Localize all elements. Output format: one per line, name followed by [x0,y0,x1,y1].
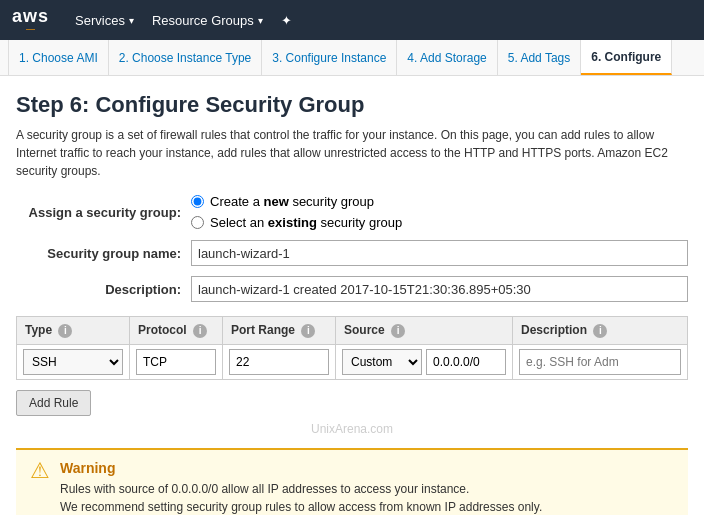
port-range-info-icon[interactable]: i [301,324,315,338]
page-description: A security group is a set of firewall ru… [16,126,688,180]
assign-security-group-value: Create a new security group Select an ex… [191,194,688,230]
add-rule-button[interactable]: Add Rule [16,390,91,416]
security-group-name-row: Security group name: [16,240,688,266]
breadcrumb-step1[interactable]: 1. Choose AMI [8,40,109,75]
resource-groups-label: Resource Groups [152,13,254,28]
cell-source: Custom [336,345,513,380]
warning-icon: ⚠ [30,460,50,482]
col-header-type: Type i [17,317,130,345]
description-info-icon[interactable]: i [593,324,607,338]
protocol-info-icon[interactable]: i [193,324,207,338]
warning-content: Warning Rules with source of 0.0.0.0/0 a… [60,460,542,515]
col-header-source: Source i [336,317,513,345]
description-label: Description: [16,282,191,297]
description-row: Description: [16,276,688,302]
source-cidr-input[interactable] [426,349,506,375]
services-label: Services [75,13,125,28]
source-cell: Custom [342,349,506,375]
services-menu[interactable]: Services ▾ [75,13,134,28]
aws-logo-text: aws [12,7,49,25]
radio-select-existing-label: Select an existing security group [210,215,402,230]
cell-protocol [130,345,223,380]
rules-table: Type i Protocol i Port Range i Source i … [16,316,688,380]
port-range-input[interactable] [229,349,329,375]
main-content: Step 6: Configure Security Group A secur… [0,76,704,515]
type-info-icon[interactable]: i [58,324,72,338]
warning-text: Rules with source of 0.0.0.0/0 allow all… [60,480,542,515]
cell-description [513,345,688,380]
resource-groups-arrow-icon: ▾ [258,15,263,26]
security-group-name-value [191,240,688,266]
cell-port-range [223,345,336,380]
table-header-row: Type i Protocol i Port Range i Source i … [17,317,688,345]
aws-smile: ― [26,25,35,34]
warning-box: ⚠ Warning Rules with source of 0.0.0.0/0… [16,448,688,515]
radio-select-existing-input[interactable] [191,216,204,229]
warning-title: Warning [60,460,542,476]
security-group-name-label: Security group name: [16,246,191,261]
col-header-description: Description i [513,317,688,345]
breadcrumb-step3[interactable]: 3. Configure Instance [262,40,397,75]
watermark: UnixArena.com [16,416,688,442]
security-group-radio-group: Create a new security group Select an ex… [191,194,688,230]
assign-security-group-label: Assign a security group: [16,205,191,220]
pin-icon[interactable]: ✦ [281,13,292,28]
source-select[interactable]: Custom [342,349,422,375]
radio-select-existing[interactable]: Select an existing security group [191,215,688,230]
description-row-input[interactable] [519,349,681,375]
breadcrumb-step6[interactable]: 6. Configure [581,40,672,75]
type-select[interactable]: SSH [23,349,123,375]
pin-symbol: ✦ [281,13,292,28]
services-arrow-icon: ▾ [129,15,134,26]
breadcrumb-step5[interactable]: 5. Add Tags [498,40,582,75]
protocol-input[interactable] [136,349,216,375]
breadcrumb-step4[interactable]: 4. Add Storage [397,40,497,75]
security-group-name-input[interactable] [191,240,688,266]
assign-security-group-row: Assign a security group: Create a new se… [16,194,688,230]
table-row: SSH Custom [17,345,688,380]
aws-logo: aws ― [12,7,49,34]
radio-create-new-input[interactable] [191,195,204,208]
breadcrumb-tabs: 1. Choose AMI 2. Choose Instance Type 3.… [0,40,704,76]
source-info-icon[interactable]: i [391,324,405,338]
resource-groups-menu[interactable]: Resource Groups ▾ [152,13,263,28]
col-header-protocol: Protocol i [130,317,223,345]
page-title: Step 6: Configure Security Group [16,92,688,118]
col-header-port-range: Port Range i [223,317,336,345]
radio-create-new[interactable]: Create a new security group [191,194,688,209]
radio-create-new-label: Create a new security group [210,194,374,209]
top-navigation: aws ― Services ▾ Resource Groups ▾ ✦ [0,0,704,40]
breadcrumb-step2[interactable]: 2. Choose Instance Type [109,40,263,75]
description-value [191,276,688,302]
cell-type: SSH [17,345,130,380]
description-input[interactable] [191,276,688,302]
